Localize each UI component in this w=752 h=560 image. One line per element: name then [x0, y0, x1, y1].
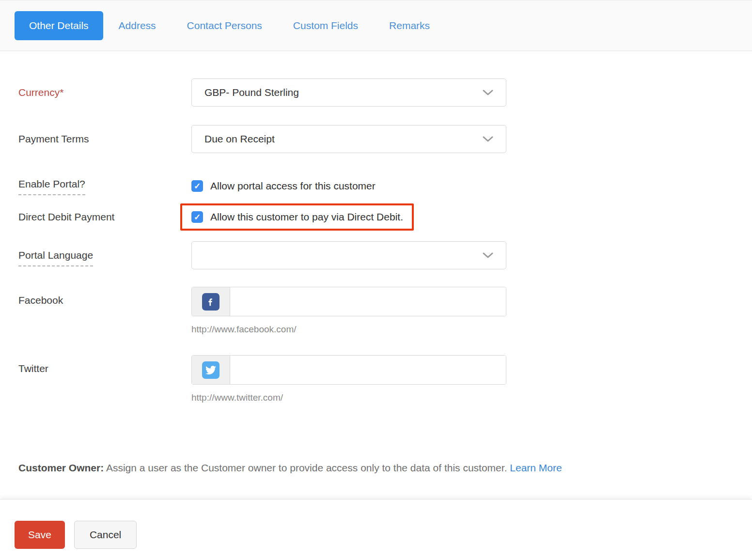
- form-footer: Save Cancel: [0, 499, 752, 554]
- enable-portal-checkbox[interactable]: ✓: [191, 180, 203, 192]
- required-asterisk: *: [60, 87, 63, 98]
- payment-terms-select[interactable]: Due on Receipt: [191, 125, 506, 153]
- direct-debit-label: Direct Debit Payment: [18, 211, 191, 223]
- twitter-row: Twitter http://www.twitter.com/: [18, 355, 734, 403]
- portal-language-select[interactable]: [191, 241, 506, 269]
- payment-terms-label: Payment Terms: [18, 133, 191, 145]
- facebook-label: Facebook: [18, 287, 191, 306]
- enable-portal-label: Enable Portal?: [18, 178, 191, 190]
- chevron-down-icon: [483, 89, 493, 96]
- twitter-label: Twitter: [18, 355, 191, 374]
- direct-debit-checkbox[interactable]: ✓: [191, 211, 203, 223]
- currency-label: Currency*: [18, 87, 191, 98]
- tab-contact-persons[interactable]: Contact Persons: [172, 11, 278, 40]
- twitter-input[interactable]: [230, 356, 506, 384]
- direct-debit-row: Direct Debit Payment ✓ Allow this custom…: [18, 203, 734, 231]
- tab-bar: Other Details Address Contact Persons Cu…: [0, 0, 752, 51]
- payment-terms-row: Payment Terms Due on Receipt: [18, 125, 734, 153]
- chevron-down-icon: [483, 252, 493, 259]
- direct-debit-highlight-box: ✓ Allow this customer to pay via Direct …: [180, 203, 414, 231]
- direct-debit-checkbox-label: Allow this customer to pay via Direct De…: [210, 211, 403, 223]
- twitter-icon: [202, 361, 219, 379]
- customer-owner-note: Customer Owner: Assign a user as the Cus…: [18, 462, 734, 474]
- payment-terms-selected-value: Due on Receipt: [204, 133, 275, 145]
- facebook-url-hint: http://www.facebook.com/: [191, 324, 506, 335]
- customer-owner-note-text: Assign a user as the Customer owner to p…: [104, 462, 510, 473]
- save-button[interactable]: Save: [15, 521, 65, 549]
- portal-language-label: Portal Language: [18, 249, 191, 261]
- tab-address[interactable]: Address: [103, 11, 172, 40]
- tab-other-details[interactable]: Other Details: [15, 11, 103, 40]
- enable-portal-row: Enable Portal? ✓ Allow portal access for…: [18, 178, 734, 192]
- currency-select[interactable]: GBP- Pound Sterling: [191, 78, 506, 107]
- tab-custom-fields[interactable]: Custom Fields: [278, 11, 374, 40]
- chevron-down-icon: [483, 136, 493, 142]
- facebook-input[interactable]: [230, 287, 506, 316]
- tab-remarks[interactable]: Remarks: [374, 11, 445, 40]
- learn-more-link[interactable]: Learn More: [510, 462, 562, 473]
- currency-selected-value: GBP- Pound Sterling: [204, 87, 299, 98]
- form-content: Currency* GBP- Pound Sterling Payment Te…: [0, 78, 752, 474]
- facebook-addon: [192, 287, 230, 316]
- twitter-url-hint: http://www.twitter.com/: [191, 392, 506, 403]
- customer-owner-note-title: Customer Owner:: [18, 462, 104, 473]
- facebook-row: Facebook http://www.facebook.com/: [18, 287, 734, 335]
- facebook-icon: [202, 293, 219, 311]
- twitter-addon: [192, 356, 230, 384]
- portal-language-row: Portal Language: [18, 241, 734, 269]
- cancel-button[interactable]: Cancel: [74, 521, 137, 549]
- enable-portal-checkbox-label: Allow portal access for this customer: [210, 180, 376, 192]
- currency-row: Currency* GBP- Pound Sterling: [18, 78, 734, 107]
